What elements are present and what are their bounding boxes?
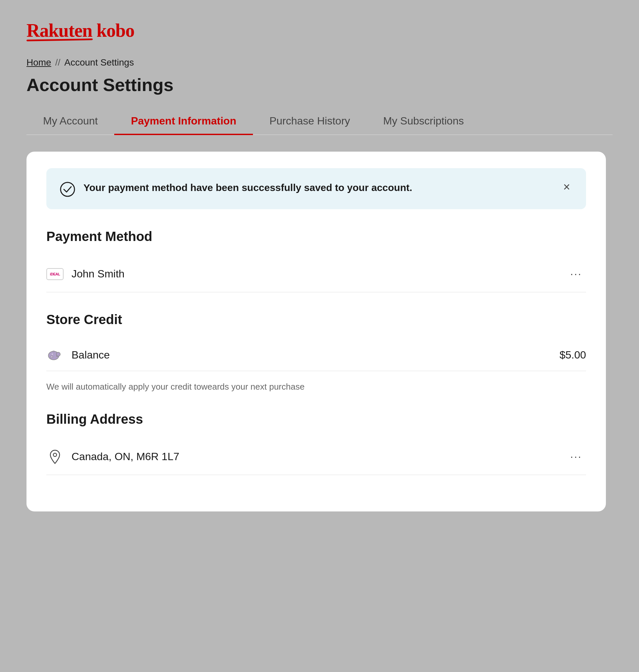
- logo: Rakuten kobo: [27, 20, 612, 41]
- store-credit-icon: [46, 348, 64, 361]
- tab-my-account[interactable]: My Account: [27, 108, 114, 135]
- breadcrumb-separator: //: [55, 57, 61, 68]
- payment-method-item-left: iDEAL John Smith: [46, 267, 124, 281]
- check-circle-icon: [60, 182, 76, 197]
- balance-value: $5.00: [560, 349, 586, 361]
- success-message: Your payment method have been successful…: [83, 180, 412, 195]
- location-icon: [46, 450, 64, 464]
- success-banner: Your payment method have been successful…: [46, 168, 586, 209]
- store-credit-section: Store Credit Balance $5.00 We will auto: [46, 312, 586, 392]
- svg-point-7: [53, 453, 57, 456]
- ideal-logo: iDEAL: [46, 268, 64, 280]
- billing-address-item-left: Canada, ON, M6R 1L7: [46, 450, 180, 464]
- close-banner-button[interactable]: ×: [561, 180, 573, 194]
- main-card: Your payment method have been successful…: [27, 152, 606, 512]
- svg-point-5: [52, 354, 53, 355]
- billing-address-more-button[interactable]: ···: [566, 448, 586, 466]
- page-title: Account Settings: [27, 75, 612, 95]
- tab-payment-information[interactable]: Payment Information: [114, 108, 253, 135]
- success-banner-left: Your payment method have been successful…: [60, 180, 412, 197]
- logo-text[interactable]: Rakuten kobo: [27, 20, 612, 41]
- breadcrumb: Home // Account Settings: [27, 57, 612, 68]
- store-credit-title: Store Credit: [46, 312, 586, 327]
- billing-address-title: Billing Address: [46, 412, 586, 427]
- ideal-payment-icon: iDEAL: [46, 267, 64, 281]
- map-pin-icon: [48, 450, 62, 464]
- svg-point-4: [50, 356, 53, 358]
- payment-method-more-button[interactable]: ···: [566, 265, 586, 283]
- tabs-container: My Account Payment Information Purchase …: [27, 108, 612, 135]
- billing-address-section: Billing Address Canada, ON, M6R 1L7 ···: [46, 412, 586, 475]
- balance-label: Balance: [72, 349, 110, 361]
- billing-address-text: Canada, ON, M6R 1L7: [72, 451, 180, 463]
- payment-method-title: Payment Method: [46, 229, 586, 244]
- billing-address-item: Canada, ON, M6R 1L7 ···: [46, 439, 586, 475]
- svg-point-0: [61, 183, 75, 196]
- tab-my-subscriptions[interactable]: My Subscriptions: [367, 108, 480, 135]
- payment-method-section: Payment Method iDEAL John Smith ···: [46, 229, 586, 292]
- payment-method-name: John Smith: [72, 268, 124, 280]
- tab-purchase-history[interactable]: Purchase History: [253, 108, 367, 135]
- store-credit-item-left: Balance: [46, 348, 110, 361]
- payment-method-item: iDEAL John Smith ···: [46, 256, 586, 292]
- store-credit-item: Balance $5.00: [46, 339, 586, 371]
- svg-point-2: [56, 352, 60, 356]
- piggy-bank-icon: [47, 348, 63, 361]
- svg-rect-6: [53, 351, 54, 352]
- breadcrumb-current: Account Settings: [64, 57, 134, 68]
- credit-note: We will automatically apply your credit …: [46, 376, 586, 392]
- breadcrumb-home-link[interactable]: Home: [27, 57, 51, 68]
